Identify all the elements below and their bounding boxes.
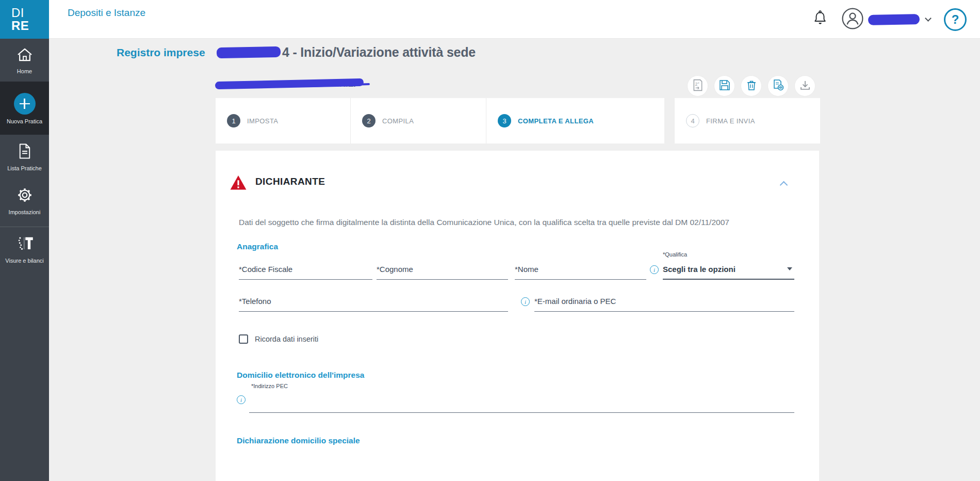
app-subtitle: Depositi e Istanze <box>68 7 145 19</box>
app-title: Registro imprese <box>117 46 980 481</box>
user-avatar-icon <box>841 7 864 32</box>
sidebar-item-lista-pratiche[interactable]: Lista Pratiche <box>0 135 49 179</box>
sidebar-item-label: Visure e bilanci <box>5 258 43 264</box>
sidebar-item-label: Nuova Pratica <box>7 118 42 124</box>
sidebar-item-home[interactable]: Home <box>0 39 49 82</box>
gear-icon <box>17 187 33 205</box>
notifications-button[interactable] <box>812 10 828 29</box>
question-mark-icon: ? <box>952 12 959 27</box>
sidebar: Home Nuova Pratica Lista Pratiche <box>0 39 49 481</box>
sidebar-item-visure-e-bilanci[interactable]: Visure e bilanci <box>0 227 49 271</box>
help-button[interactable]: ? <box>944 8 967 31</box>
telemaco-t-icon <box>16 235 34 254</box>
logo-line-1: DI <box>11 7 49 19</box>
topbar-actions: ? <box>812 0 967 39</box>
user-menu[interactable] <box>841 7 930 32</box>
top-header: DI RE Depositi e Istanze Registro impres… <box>0 0 980 39</box>
sidebar-item-label: Home <box>17 68 32 74</box>
user-name-redacted <box>868 14 920 25</box>
app-screen: DI RE Depositi e Istanze Registro impres… <box>0 0 980 481</box>
chevron-down-icon <box>925 15 932 22</box>
home-icon <box>16 47 34 65</box>
sidebar-item-impostazioni[interactable]: Impostazioni <box>0 179 49 222</box>
sidebar-item-label: Impostazioni <box>9 209 41 215</box>
dire-logo[interactable]: DI RE <box>0 0 49 39</box>
sidebar-item-label: Lista Pratiche <box>7 165 42 171</box>
document-icon <box>18 143 32 162</box>
app-titles: Depositi e Istanze Registro imprese <box>68 7 145 19</box>
plus-icon <box>14 93 36 115</box>
logo-line-2: RE <box>11 20 49 32</box>
sidebar-item-nuova-pratica[interactable]: Nuova Pratica <box>0 82 49 135</box>
bell-icon <box>812 10 828 29</box>
